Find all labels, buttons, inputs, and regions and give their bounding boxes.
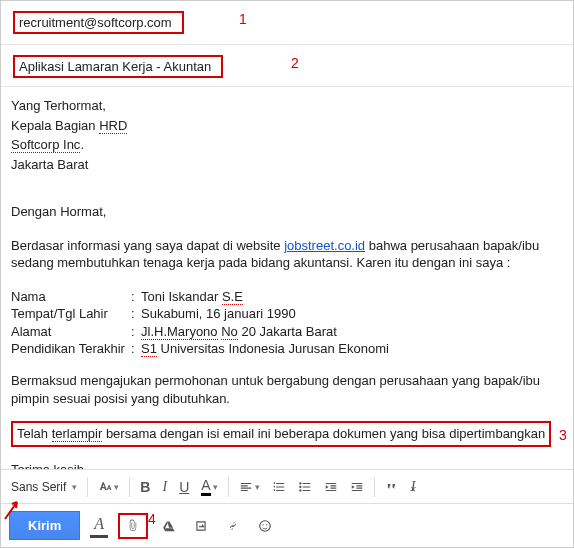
- value-address: Jl.H.Maryono No 20 Jakarta Barat: [141, 323, 389, 341]
- greeting-line: Dengan Hormat,: [11, 203, 563, 221]
- intro-paragraph: Berdasar informasi yang saya dapat di we…: [11, 237, 563, 272]
- drive-icon: [162, 519, 176, 533]
- insert-emoji-button[interactable]: [254, 517, 276, 535]
- bold-button[interactable]: B: [136, 477, 154, 497]
- font-size-button[interactable]: ▾: [94, 478, 123, 496]
- svg-point-2: [299, 489, 301, 491]
- attach-file-button[interactable]: [118, 513, 148, 539]
- recipient-text: recruitment@softcorp.com: [19, 15, 172, 30]
- label-education: Pendidikan Terakhir: [11, 340, 131, 358]
- subject-field[interactable]: Aplikasi Lamaran Kerja - Akuntan 2: [1, 45, 573, 87]
- link-icon: [226, 519, 240, 533]
- recipient-chip[interactable]: recruitment@softcorp.com: [13, 11, 184, 34]
- formatting-toggle-button[interactable]: A: [90, 513, 108, 538]
- quote-button[interactable]: [381, 478, 403, 496]
- svg-point-1: [299, 485, 301, 487]
- company-line: Softcorp Inc.: [11, 136, 563, 154]
- italic-button[interactable]: I: [158, 477, 171, 497]
- value-name: Toni Iskandar S.E: [141, 288, 389, 306]
- subject-highlight: Aplikasi Lamaran Kerja - Akuntan: [13, 55, 223, 78]
- emoji-icon: [258, 519, 272, 533]
- text-color-button[interactable]: A▾: [197, 475, 221, 498]
- applicant-details: Nama: Toni Iskandar S.E Tempat/Tgl Lahir…: [11, 288, 389, 358]
- attachment-sentence-box: Telah terlampir bersama dengan isi email…: [11, 421, 551, 447]
- label-name: Nama: [11, 288, 131, 306]
- svg-point-3: [260, 520, 271, 531]
- annotation-4: 4: [148, 511, 156, 527]
- insert-link-button[interactable]: [222, 517, 244, 535]
- salutation-line: Yang Terhormat,: [11, 97, 563, 115]
- to-field[interactable]: recruitment@softcorp.com 1: [1, 1, 573, 45]
- label-birth: Tempat/Tgl Lahir: [11, 305, 131, 323]
- svg-point-0: [299, 482, 301, 484]
- underline-button[interactable]: U: [175, 477, 193, 497]
- numbered-list-button[interactable]: [268, 478, 290, 496]
- city-line: Jakarta Barat: [11, 156, 563, 174]
- formatting-toolbar: Sans Serif▾ ▾ B I U A▾ ▾ I✕: [1, 469, 573, 503]
- image-icon: [194, 519, 208, 533]
- arrow-annotation-icon: [3, 499, 21, 521]
- value-birth: Sukabumi, 16 januari 1990: [141, 305, 389, 323]
- label-address: Alamat: [11, 323, 131, 341]
- annotation-2: 2: [291, 55, 299, 71]
- svg-point-5: [266, 524, 267, 525]
- indent-less-button[interactable]: [320, 478, 342, 496]
- bulleted-list-button[interactable]: [294, 478, 316, 496]
- hrd-line: Kepala Bagian HRD: [11, 117, 563, 135]
- insert-drive-button[interactable]: [158, 517, 180, 535]
- font-family-select[interactable]: Sans Serif▾: [7, 478, 81, 496]
- chevron-down-icon: ▾: [72, 482, 77, 492]
- message-body[interactable]: Yang Terhormat, Kepala Bagian HRD Softco…: [1, 87, 573, 488]
- paperclip-icon: [126, 519, 140, 533]
- remove-formatting-button[interactable]: I✕: [407, 477, 420, 497]
- compose-window: recruitment@softcorp.com 1 Aplikasi Lama…: [0, 0, 574, 548]
- compose-footer: Kirim A 4: [1, 503, 573, 547]
- annotation-3: 3: [559, 427, 567, 443]
- subject-text: Aplikasi Lamaran Kerja - Akuntan: [19, 59, 211, 74]
- value-education: S1 Universitas Indonesia Jurusan Ekonomi: [141, 340, 389, 358]
- svg-point-4: [263, 524, 264, 525]
- intent-paragraph: Bermaksud mengajukan permohonan untuk be…: [11, 372, 563, 407]
- align-button[interactable]: ▾: [235, 478, 264, 496]
- annotation-1: 1: [239, 11, 247, 27]
- insert-photo-button[interactable]: [190, 517, 212, 535]
- jobstreet-link[interactable]: jobstreet.co.id: [284, 238, 365, 253]
- indent-more-button[interactable]: [346, 478, 368, 496]
